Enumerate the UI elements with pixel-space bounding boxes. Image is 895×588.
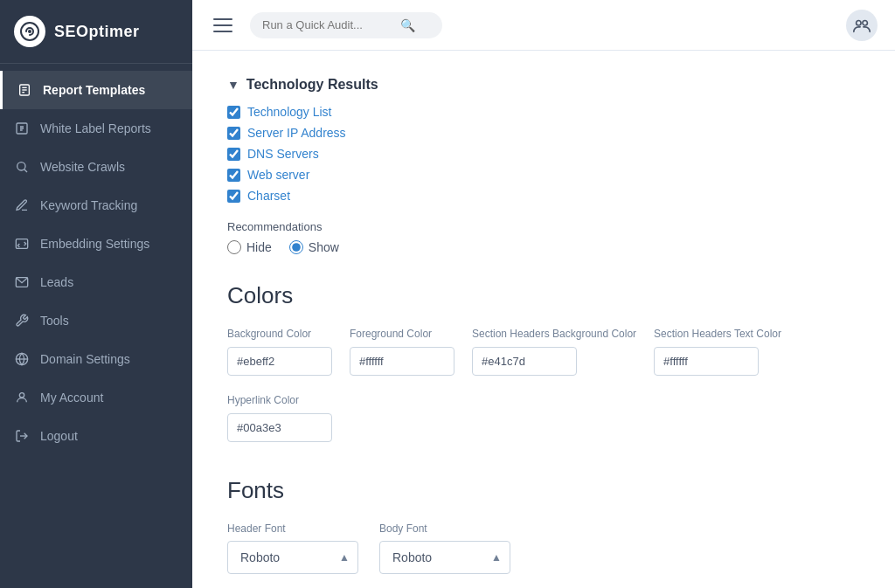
color-input-fg-color[interactable] (350, 347, 454, 376)
checkbox-label-charset: Charset (247, 189, 290, 203)
hamburger-button[interactable] (210, 15, 236, 36)
sidebar: SEOptimer Report Templates White Label R… (0, 0, 192, 588)
sidebar-item-label-tools: Tools (40, 314, 69, 328)
svg-point-13 (19, 393, 24, 398)
color-label-hyperlink-color: Hyperlink Color (227, 393, 332, 408)
domain-settings-icon (14, 351, 30, 367)
main-content: ▼ Technology Results Technology List Ser… (192, 51, 895, 588)
svg-point-1 (28, 30, 31, 33)
radio-show[interactable]: Show (289, 240, 339, 254)
checkbox-input-web-server[interactable] (227, 169, 240, 182)
svg-line-8 (24, 169, 27, 172)
radio-hide-input[interactable] (227, 240, 241, 254)
svg-point-7 (17, 163, 25, 170)
sidebar-item-embedding-settings[interactable]: Embedding Settings (0, 225, 192, 263)
color-input-section-headers-bg[interactable] (472, 347, 577, 376)
keyword-tracking-icon (14, 197, 30, 213)
sidebar-nav: Report Templates White Label Reports Web… (0, 64, 192, 588)
checkbox-input-tech-list[interactable] (227, 106, 240, 119)
radio-hide[interactable]: Hide (227, 240, 272, 254)
colors-section-title: Colors (227, 282, 860, 309)
white-label-reports-icon (14, 121, 30, 136)
color-input-hyperlink-color[interactable] (227, 413, 332, 442)
radio-group: Hide Show (227, 240, 860, 254)
svg-point-15 (857, 20, 862, 25)
search-icon: 🔍 (400, 18, 415, 32)
font-fields: Header Font RobotoArialGeorgiaTimes New … (227, 522, 860, 575)
sidebar-item-label-white-label-reports: White Label Reports (40, 121, 151, 135)
checkbox-charset[interactable]: Charset (227, 189, 860, 203)
sidebar-item-label-logout: Logout (40, 429, 78, 443)
color-label-section-headers-bg: Section Headers Background Color (472, 327, 636, 342)
logo-icon (14, 16, 45, 47)
search-input[interactable] (262, 18, 393, 31)
recommendations-section: Recommendations Hide Show (227, 220, 860, 254)
recommendations-label: Recommendations (227, 220, 860, 233)
color-input-section-headers-text[interactable] (654, 347, 759, 376)
search-bar: 🔍 (250, 12, 442, 38)
checkbox-input-charset[interactable] (227, 190, 240, 203)
checkbox-label-dns-servers: DNS Servers (247, 147, 319, 161)
sidebar-item-label-website-crawls: Website Crawls (40, 160, 125, 174)
tools-icon (14, 313, 30, 329)
main-area: 🔍 ▼ Technology Results Technology List S… (192, 0, 895, 588)
color-fields: Background Color Foreground Color Sectio… (227, 327, 860, 442)
checkbox-input-server-ip[interactable] (227, 127, 240, 140)
fonts-section-title: Fonts (227, 477, 860, 504)
color-label-section-headers-text: Section Headers Text Color (654, 327, 781, 342)
color-field-fg-color: Foreground Color (350, 327, 454, 376)
color-field-bg-color: Background Color (227, 327, 332, 376)
sidebar-item-label-report-templates: Report Templates (43, 83, 145, 97)
font-select-body-font[interactable]: RobotoArialGeorgiaTimes New Roman (379, 541, 510, 574)
color-label-fg-color: Foreground Color (350, 327, 454, 342)
sidebar-item-report-templates[interactable]: Report Templates (0, 71, 192, 109)
sidebar-item-leads[interactable]: Leads (0, 263, 192, 301)
sidebar-item-domain-settings[interactable]: Domain Settings (0, 340, 192, 378)
leads-icon (14, 274, 30, 290)
font-select-wrapper-body-font: RobotoArialGeorgiaTimes New Roman ▲ (379, 541, 510, 574)
checkbox-label-server-ip: Server IP Address (247, 126, 346, 140)
sidebar-item-logout[interactable]: Logout (0, 417, 192, 455)
sidebar-item-label-my-account: My Account (40, 391, 103, 405)
technology-results-title: Technology Results (246, 77, 378, 93)
sidebar-item-tools[interactable]: Tools (0, 301, 192, 340)
checkbox-server-ip[interactable]: Server IP Address (227, 126, 860, 140)
sidebar-item-white-label-reports[interactable]: White Label Reports (0, 109, 192, 148)
font-field-body-font: Body Font RobotoArialGeorgiaTimes New Ro… (379, 522, 510, 575)
checkbox-label-web-server: Web server (247, 168, 309, 182)
font-field-header-font: Header Font RobotoArialGeorgiaTimes New … (227, 522, 358, 575)
checkbox-dns-servers[interactable]: DNS Servers (227, 147, 860, 161)
radio-show-input[interactable] (289, 240, 303, 254)
font-select-header-font[interactable]: RobotoArialGeorgiaTimes New Roman (227, 541, 358, 574)
sidebar-item-website-crawls[interactable]: Website Crawls (0, 148, 192, 186)
checkbox-label-tech-list: Technology List (247, 105, 332, 119)
font-label-header-font: Header Font (227, 522, 358, 536)
radio-show-label: Show (309, 240, 339, 254)
topbar-right (846, 10, 878, 41)
technology-results-header: ▼ Technology Results (227, 77, 860, 93)
color-field-hyperlink-color: Hyperlink Color (227, 393, 332, 442)
website-crawls-icon (14, 159, 30, 175)
color-field-section-headers-bg: Section Headers Background Color (472, 327, 636, 376)
checkbox-tech-list[interactable]: Technology List (227, 105, 860, 119)
technology-checkbox-list: Technology List Server IP Address DNS Se… (227, 105, 860, 203)
embedding-settings-icon (14, 236, 30, 252)
sidebar-item-my-account[interactable]: My Account (0, 378, 192, 417)
checkbox-web-server[interactable]: Web server (227, 168, 860, 182)
checkbox-input-dns-servers[interactable] (227, 148, 240, 161)
logout-icon (14, 428, 30, 444)
color-label-bg-color: Background Color (227, 327, 332, 342)
report-templates-icon (17, 82, 32, 98)
topbar: 🔍 (192, 0, 895, 51)
sidebar-item-label-keyword-tracking: Keyword Tracking (40, 198, 137, 212)
radio-hide-label: Hide (246, 240, 272, 254)
sidebar-item-label-leads: Leads (40, 275, 73, 289)
logo-text: SEOptimer (54, 23, 140, 41)
user-avatar-icon[interactable] (846, 10, 878, 41)
collapse-icon[interactable]: ▼ (227, 78, 239, 92)
my-account-icon (14, 390, 30, 405)
color-field-section-headers-text: Section Headers Text Color (654, 327, 781, 376)
color-input-bg-color[interactable] (227, 347, 332, 376)
sidebar-item-label-embedding-settings: Embedding Settings (40, 237, 149, 251)
sidebar-item-keyword-tracking[interactable]: Keyword Tracking (0, 186, 192, 225)
